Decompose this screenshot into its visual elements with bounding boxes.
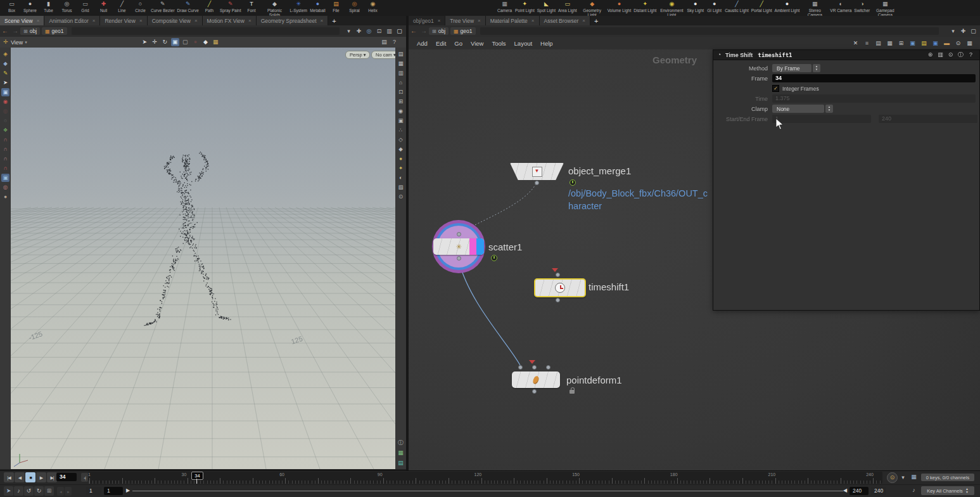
node-pointdeform1[interactable] xyxy=(512,371,560,388)
frame-selection-icon[interactable]: ⊡ xyxy=(397,88,405,96)
node-label-timeshift1[interactable]: timeshift1 xyxy=(589,281,629,292)
node-object-merge1[interactable] xyxy=(510,163,564,180)
tab-close-icon[interactable]: × xyxy=(531,18,535,23)
menu-layout[interactable]: Layout xyxy=(514,40,533,47)
tree-view-toggle-icon[interactable]: ≡ xyxy=(863,39,871,48)
node-label-pointdeform1[interactable]: pointdeform1 xyxy=(566,375,622,385)
shelf-tool-curve-bezier[interactable]: ✎Curve Bezier xyxy=(150,1,176,13)
integer-frames-checkbox[interactable]: ✓ xyxy=(772,85,779,92)
view-menu[interactable]: ✛ View ▾ xyxy=(3,38,27,46)
audio-panel-icon[interactable]: ♪ xyxy=(910,486,918,494)
pane-tab-scene-view[interactable]: Scene View× xyxy=(0,16,44,25)
pane-tab-tree-view[interactable]: Tree View× xyxy=(445,16,485,25)
shelf-tool-file[interactable]: ▤File xyxy=(327,1,345,13)
rotate-view-tool-icon[interactable]: ↻ xyxy=(161,38,169,46)
display-options-icon[interactable]: ⊙ xyxy=(397,193,405,201)
shelf-tool-stereo-camera[interactable]: ▦Stereo Camera xyxy=(801,1,829,17)
node-input-connector[interactable] xyxy=(518,365,523,370)
jump-to-start-button[interactable]: |◀ xyxy=(4,472,14,482)
realtime-toggle-icon[interactable]: ↻ xyxy=(34,486,44,496)
method-dropdown[interactable]: By Frame xyxy=(772,64,811,72)
jump-to-end-button[interactable]: ▶| xyxy=(47,472,57,482)
menu-go[interactable]: Go xyxy=(454,40,462,47)
network-tools-icon[interactable]: ✕ xyxy=(851,39,860,48)
shelf-tool-geometry-light[interactable]: ◆Geometry Light xyxy=(578,1,606,17)
tab-close-icon[interactable]: × xyxy=(438,18,441,23)
shelf-tool-line[interactable]: ╱Line xyxy=(113,1,131,13)
shelf-tool-gamepad-camera[interactable]: ▦Gamepad Camera xyxy=(871,1,899,17)
split-pane-icon[interactable]: ▥ xyxy=(385,27,393,36)
back-icon[interactable]: ← xyxy=(2,28,8,34)
loop-mode-icon[interactable]: ↺ xyxy=(24,486,34,496)
snapshot-icon[interactable]: ◉ xyxy=(397,107,405,115)
pin-network-pane-icon[interactable]: ✚ xyxy=(959,27,967,36)
maximize-network-pane-icon[interactable]: ▢ xyxy=(969,27,977,36)
node-output-connector[interactable] xyxy=(457,256,461,261)
shelf-tool-draw-curve[interactable]: ✎Draw Curve xyxy=(176,1,200,13)
scene-viewport[interactable]: Persp ▾ No cam ▾ xyxy=(0,48,406,469)
pane-tab-material-palette[interactable]: Material Palette× xyxy=(486,16,540,25)
shelf-tool-null[interactable]: ✚Null xyxy=(94,1,113,13)
viewport-info-icon[interactable]: ⓘ xyxy=(397,439,405,447)
lighting-toggle-icon[interactable]: ✦ xyxy=(397,164,405,172)
channel-graph-icon[interactable]: ▥ xyxy=(937,51,944,58)
viewport-layout-icon[interactable]: ▤ xyxy=(380,38,388,46)
breadcrumb-obj[interactable]: ⊞obj xyxy=(20,27,40,35)
pane-tab-obj-geo1[interactable]: obj/geo1× xyxy=(409,16,445,25)
new-tab-button[interactable]: + xyxy=(590,16,602,25)
clamp-stepper[interactable]: ▲▼ xyxy=(825,105,833,113)
node-output-connector[interactable] xyxy=(535,181,539,185)
frame-step-icon[interactable]: ⊞ xyxy=(44,486,54,496)
grid-toggle-icon[interactable]: ▦ xyxy=(397,449,405,457)
menu-edit[interactable]: Edit xyxy=(436,40,446,47)
parameter-help-icon[interactable]: ? xyxy=(967,51,974,58)
view-layout-icon[interactable]: ▥ xyxy=(397,69,405,77)
thumbnail-view-icon[interactable]: ▦ xyxy=(886,39,894,48)
tab-close-icon[interactable]: × xyxy=(321,18,324,23)
shelf-tool-spiral[interactable]: ◎Spiral xyxy=(345,1,364,13)
audio-scrub-icon[interactable]: ♪ xyxy=(14,486,23,496)
move-tool-icon[interactable]: ✛ xyxy=(151,38,159,46)
find-node-icon[interactable]: ▣ xyxy=(931,39,939,48)
home-view-icon[interactable]: ⌂ xyxy=(397,79,405,87)
breadcrumb-geo1[interactable]: ▦geo1 xyxy=(42,27,67,35)
select-visible-only-icon[interactable]: ◉ xyxy=(1,98,10,106)
select-tool-icon[interactable]: ➤ xyxy=(141,38,149,46)
expand-viewport-icon[interactable]: ▤ xyxy=(397,50,405,58)
sticky-note-icon[interactable]: ▤ xyxy=(920,39,928,48)
menu-help[interactable]: Help xyxy=(540,40,553,47)
background-image-icon[interactable]: ▬ xyxy=(943,39,951,48)
range-start-handle[interactable]: ▶ xyxy=(126,487,130,493)
shelf-tool-switcher[interactable]: ◑Switcher xyxy=(853,1,871,13)
node-name-field[interactable]: timeshift1 xyxy=(758,52,924,58)
secure-selection-icon[interactable]: ▣ xyxy=(1,88,10,96)
shelf-tool-environment-light[interactable]: ◉Environment Light xyxy=(658,1,685,17)
snap-point-icon[interactable]: ∩ xyxy=(1,155,10,163)
pane-tab-composite-view[interactable]: Composite View× xyxy=(148,16,203,25)
prev-keyframe-button[interactable]: ◂ xyxy=(57,487,64,496)
key-all-channels-dropdown[interactable]: Key All Channels ▲▼ xyxy=(921,486,974,495)
shelf-tool-ambient-light[interactable]: ●Ambient Light xyxy=(773,1,801,13)
node-scatter1[interactable]: ✳ xyxy=(433,238,484,255)
node-input-connector[interactable] xyxy=(457,232,461,236)
path-history-dropdown-icon[interactable]: ▾ xyxy=(345,27,353,36)
view-hand-icon[interactable]: ● xyxy=(1,193,10,201)
template-flag[interactable] xyxy=(469,238,476,255)
orientation-picking-icon[interactable]: ▣ xyxy=(1,174,10,182)
breadcrumb-obj[interactable]: ⊞obj xyxy=(429,27,449,35)
shelf-tool-volume-light[interactable]: ●Volume Light xyxy=(606,1,633,13)
shelf-tool-sphere[interactable]: ●Sphere xyxy=(21,1,39,13)
pin-pane-icon[interactable]: ✚ xyxy=(355,27,363,36)
forward-icon[interactable]: → xyxy=(421,28,427,34)
shelf-tool-grid[interactable]: ▭Grid xyxy=(76,1,94,13)
tab-close-icon[interactable]: × xyxy=(582,18,585,23)
area-select-style-icon[interactable]: ❖ xyxy=(1,126,10,134)
handles-tool-icon[interactable]: ▣ xyxy=(171,38,179,46)
pane-tab-geometry-spreadsheet[interactable]: Geometry Spreadsheet× xyxy=(257,16,329,25)
play-button[interactable]: ▶ xyxy=(36,472,46,482)
global-end-field[interactable]: 240 xyxy=(871,487,886,495)
shelf-tool-font[interactable]: TFont xyxy=(243,1,261,13)
path-history-dropdown-icon[interactable]: ▾ xyxy=(949,27,957,36)
perspective-toggle-icon[interactable]: ⊞ xyxy=(397,98,405,106)
range-slider-track[interactable] xyxy=(132,491,843,491)
